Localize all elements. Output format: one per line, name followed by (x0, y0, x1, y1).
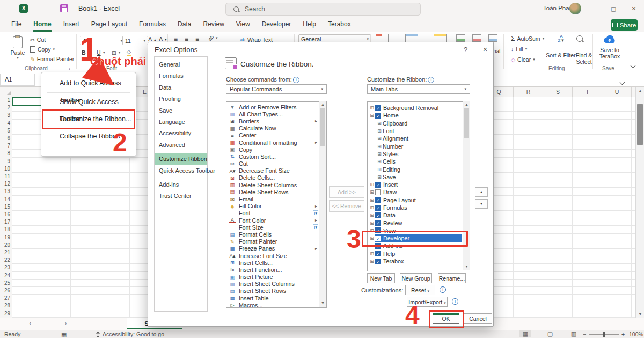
avatar[interactable] (569, 3, 581, 14)
tree-item-styles[interactable]: ⊞Styles (369, 150, 462, 158)
command-item[interactable]: ▣Copy (229, 146, 318, 153)
menu-item-1[interactable]: Show Quick Access Toolbar (41, 93, 136, 111)
tree-item-terabox[interactable]: ⊞✓Terabox (369, 258, 462, 265)
command-item[interactable]: ▦Calculate Now (229, 125, 318, 132)
row-header-22[interactable]: 22 (0, 257, 10, 263)
sidebar-item-accessibility[interactable]: Accessibility (155, 128, 207, 139)
scroll-down-icon[interactable]: ▼ (463, 264, 470, 268)
checkbox-checked-icon[interactable]: ✓ (375, 182, 381, 188)
row-header-29[interactable]: 29 (0, 311, 10, 317)
sheet-nav-right-icon[interactable]: › (64, 319, 67, 327)
row-header-23[interactable]: 23 (0, 264, 10, 270)
row-header-27[interactable]: 27 (0, 295, 10, 301)
command-item[interactable]: ◆Fill Color▸ (229, 203, 318, 210)
sidebar-item-customize-ribbon[interactable]: Customize Ribbon (155, 153, 207, 165)
sidebar-item-quick-access-toolbar[interactable]: Quick Access Toolbar (155, 165, 207, 177)
search-input[interactable]: Search (225, 3, 421, 16)
command-item[interactable]: ▥Delete Sheet Columns (229, 181, 318, 188)
checkbox-checked-icon[interactable]: ✓ (375, 105, 381, 111)
column-header-r[interactable]: R (514, 89, 543, 95)
command-item[interactable]: Font SizeI▾ (229, 224, 318, 231)
commands-scrollbar[interactable]: ▲ ▼ (319, 101, 326, 307)
sidebar-item-formulas[interactable]: Formulas (155, 70, 207, 82)
conditional-formatting-icon[interactable] (376, 34, 389, 42)
expand-icon[interactable]: ⊞ (369, 197, 375, 203)
row-header-28[interactable]: 28 (0, 303, 10, 308)
scroll-down-icon[interactable]: ▼ (636, 312, 644, 317)
scroll-down-icon[interactable]: ▼ (319, 301, 326, 305)
sheet-nav-left-icon[interactable]: ‹ (29, 319, 32, 327)
minimize-button[interactable]: – (586, 3, 600, 14)
expand-icon[interactable]: ⊟ (369, 113, 375, 118)
row-header-1[interactable]: 1 (0, 97, 10, 103)
move-down-button[interactable]: ▼ (475, 199, 488, 209)
sidebar-item-data[interactable]: Data (155, 82, 207, 93)
row-header-14[interactable]: 14 (0, 196, 10, 202)
command-item[interactable]: ✉Email (229, 195, 318, 202)
sort-filter-button[interactable]: AZ▼ (551, 34, 572, 43)
command-item[interactable]: ✂Cut (229, 160, 318, 167)
macro-record-icon[interactable]: ▦ (61, 331, 67, 338)
remove-button[interactable]: << Remove (329, 200, 364, 212)
tree-item-number[interactable]: ⊞Number (369, 142, 462, 150)
expand-icon[interactable]: ⊞ (369, 221, 375, 226)
vertical-scrollbar[interactable]: ▲ ▼ (635, 87, 644, 318)
tree-item-page-layout[interactable]: ⊞✓Page Layout (369, 196, 462, 204)
view-page-break-icon[interactable]: ▥ (568, 330, 580, 337)
command-item[interactable]: AFont Color▸ (229, 217, 318, 224)
cell-styles-icon[interactable] (434, 34, 447, 42)
command-item[interactable]: ⊞Insert Cells... (229, 259, 318, 266)
command-item[interactable]: ▦Conditional Formatting▸ (229, 139, 318, 146)
command-item[interactable]: ▤Insert Sheet Rows (229, 288, 318, 295)
row-header-18[interactable]: 18 (0, 226, 10, 232)
expand-icon[interactable]: ⊞ (376, 128, 383, 134)
view-page-layout-icon[interactable]: ▢ (544, 330, 556, 337)
sidebar-item-language[interactable]: Language (155, 116, 207, 128)
scroll-up-icon[interactable]: ▲ (319, 102, 326, 106)
command-item[interactable]: ▣Insert Picture (229, 274, 318, 281)
new-tab-button[interactable]: New Tab (367, 273, 395, 283)
row-header-26[interactable]: 26 (0, 288, 10, 293)
sidebar-item-proofing[interactable]: Proofing (155, 93, 207, 105)
sidebar-item-general[interactable]: General (155, 59, 207, 70)
zoom-out-icon[interactable]: − (583, 331, 586, 337)
dialog-launcher-icon[interactable]: ⌟ (68, 65, 70, 71)
add-button[interactable]: Add >> (329, 186, 364, 198)
save-icon[interactable] (60, 4, 68, 12)
formula-bar-expand-icon[interactable] (620, 77, 624, 86)
expand-icon[interactable]: ⊞ (369, 182, 375, 187)
tree-item-data[interactable]: ⊞✓Data (369, 211, 462, 219)
autosum-button[interactable]: Σ AutoSum ▾ (511, 35, 544, 42)
column-header-t[interactable]: T (573, 89, 602, 95)
rename-button[interactable]: Rename... (438, 273, 466, 283)
expand-icon[interactable]: ⊞ (369, 205, 375, 210)
tab-review[interactable]: Review (197, 17, 230, 32)
row-header-5[interactable]: 5 (0, 128, 10, 134)
tree-item-save[interactable]: ⊞Save (369, 173, 462, 181)
expand-icon[interactable]: ⊞ (376, 167, 383, 172)
expand-icon[interactable]: ⊞ (376, 159, 383, 164)
tree-item-draw[interactable]: ⊞✓Draw (369, 188, 462, 196)
scroll-up-icon[interactable]: ▲ (636, 89, 644, 93)
orientation-icon[interactable]: ab▾ (208, 35, 218, 41)
command-item[interactable]: ▤Format Cells (229, 231, 318, 238)
checkbox-unchecked-icon[interactable]: ✓ (375, 189, 381, 195)
expand-icon[interactable]: ⊞ (369, 105, 375, 111)
chevron-down-icon[interactable]: ▾ (103, 50, 105, 55)
command-item[interactable]: ▷Macros... (229, 302, 318, 308)
tree-item-cells[interactable]: ⊞Cells (369, 158, 462, 165)
expand-icon[interactable]: ⊞ (376, 136, 383, 141)
tree-item-review[interactable]: ⊞✓Review (369, 219, 462, 226)
expand-icon[interactable]: ⊞ (369, 251, 375, 256)
clear-button[interactable]: ◇ Clear ▾ (511, 56, 535, 63)
row-header-19[interactable]: 19 (0, 234, 10, 240)
tab-home[interactable]: Home (27, 17, 57, 32)
row-header-2[interactable]: 2 (0, 105, 10, 111)
row-header-9[interactable]: 9 (0, 158, 10, 164)
row-header-21[interactable]: 21 (0, 249, 10, 255)
expand-icon[interactable]: ⊞ (369, 259, 375, 264)
reset-button[interactable]: Reset ▾ (405, 285, 435, 295)
command-item[interactable]: ▦Freeze Panes▸ (229, 245, 318, 252)
fill-button[interactable]: ↓ Fill ▾ (511, 46, 527, 52)
command-item[interactable]: FontI▾ (229, 210, 318, 217)
